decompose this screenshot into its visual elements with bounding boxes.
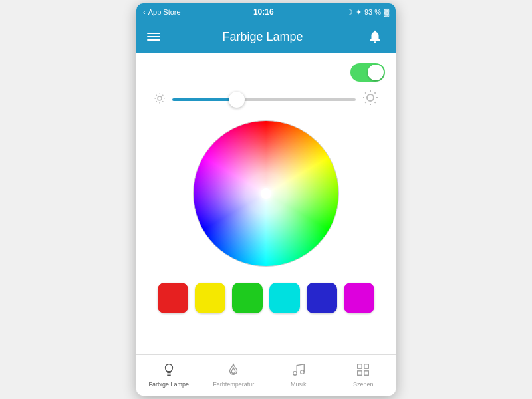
tab-szenen-label: Szenen [353,381,374,388]
tab-bar: Farbige Lampe Farbtemperatur Musik [136,354,396,396]
tab-farbige-lampe-label: Farbige Lampe [148,381,189,388]
battery-icon: ▓ [384,8,389,16]
back-chevron: ‹ [143,8,146,16]
color-swatch-green[interactable] [232,283,263,313]
svg-rect-24 [364,371,368,375]
main-content [136,53,396,354]
brightness-thumb[interactable] [229,92,245,108]
tab-farbtemperatur-label: Farbtemperatur [213,381,254,388]
bell-icon [368,29,382,44]
svg-rect-23 [358,371,362,375]
nav-title: Farbige Lampe [222,30,303,44]
brightness-low-icon [154,92,166,107]
svg-line-8 [162,95,163,96]
bluetooth-icon: ✦ [356,8,362,17]
moon-icon: ☽ [346,8,353,17]
status-bar-left: ‹ App Store [143,8,181,16]
notifications-button[interactable] [365,27,385,47]
power-toggle[interactable] [350,63,385,82]
status-bar-time: 10:16 [253,7,274,17]
svg-line-7 [156,101,157,102]
svg-point-0 [158,96,162,100]
music-icon [291,362,306,379]
color-swatch-magenta[interactable] [344,283,374,313]
color-wheel-selector[interactable] [261,188,271,199]
phone-frame: ‹ App Store 10:16 ☽ ✦ 93 % ▓ Farbige Lam… [136,3,396,396]
svg-point-20 [301,370,305,374]
svg-line-17 [374,92,375,93]
hamburger-menu-button[interactable] [147,33,160,41]
toggle-row [147,63,385,82]
tab-musik-label: Musik [291,381,307,388]
svg-line-15 [374,102,375,102]
color-wheel[interactable] [193,120,339,267]
flame-icon [226,362,241,379]
color-swatch-blue[interactable] [307,283,337,313]
color-swatch-yellow[interactable] [195,283,225,313]
tab-musik[interactable]: Musik [266,355,331,396]
brightness-slider[interactable] [172,98,356,101]
color-swatch-cyan[interactable] [269,283,300,313]
svg-line-14 [365,92,366,93]
status-bar: ‹ App Store 10:16 ☽ ✦ 93 % ▓ [136,3,396,21]
nav-bar: Farbige Lampe [136,21,396,53]
status-bar-right: ☽ ✦ 93 % ▓ [346,8,389,17]
svg-rect-21 [358,364,362,368]
svg-line-6 [162,101,163,102]
grid-icon [356,362,370,379]
color-swatches [158,283,374,313]
color-swatch-red[interactable] [158,283,188,313]
tab-farbtemperatur[interactable]: Farbtemperatur [201,355,267,396]
battery-label: 93 % [364,8,381,16]
color-wheel-container[interactable] [193,120,339,267]
brightness-high-icon [362,90,378,110]
svg-line-5 [156,95,157,96]
svg-rect-22 [364,364,368,368]
svg-line-16 [365,102,366,102]
brightness-row [147,90,385,110]
carrier-label: App Store [148,8,181,16]
svg-point-19 [293,372,297,376]
tab-farbige-lampe[interactable]: Farbige Lampe [136,355,201,396]
tab-szenen[interactable]: Szenen [331,355,396,396]
bulb-icon [162,362,176,379]
svg-point-9 [367,94,374,101]
